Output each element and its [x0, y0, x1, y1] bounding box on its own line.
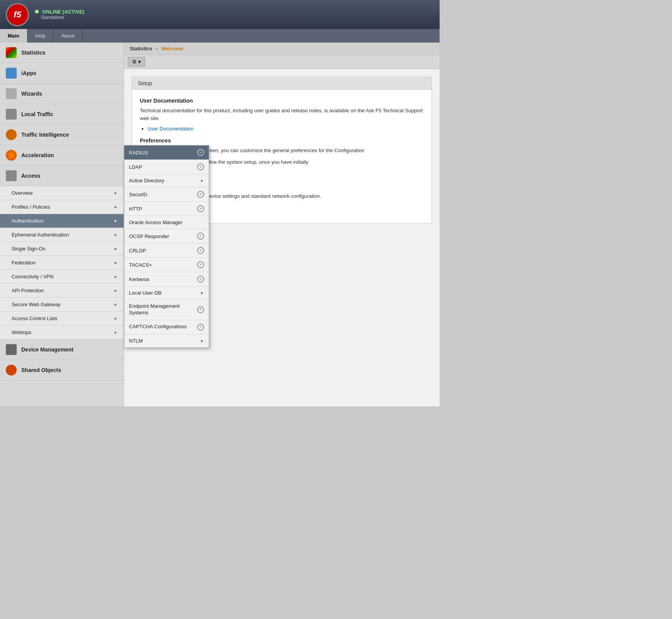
tab-about[interactable]: About: [53, 29, 82, 43]
access-submenu: Overview ► Profiles / Policies ► Authent…: [0, 186, 124, 340]
auth-dropdown-item-local-user-db[interactable]: Local User DB ►: [124, 286, 209, 300]
auth-dropdown-item-ldap[interactable]: LDAP +: [124, 160, 209, 174]
sidebar-item-statistics[interactable]: Statistics: [0, 43, 124, 63]
submenu-label-ephemeral-auth: Ephemeral Authentication: [12, 232, 69, 238]
submenu-item-federation[interactable]: Federation ►: [0, 256, 124, 270]
auth-dropdown-item-radius[interactable]: RADIUS +: [124, 146, 209, 160]
submenu-item-profiles-policies[interactable]: Profiles / Policies ►: [0, 200, 124, 214]
sidebar-item-local-traffic[interactable]: Local Traffic: [0, 104, 124, 125]
auth-dropdown-label-local-user-db: Local User DB: [129, 290, 162, 296]
submenu-label-profiles-policies: Profiles / Policies: [12, 204, 50, 210]
chevron-right-icon: ►: [114, 247, 118, 251]
status-indicator: [35, 10, 39, 14]
chevron-right-icon: ►: [114, 219, 118, 223]
submenu-label-single-sign-on: Single Sign-On: [12, 246, 45, 252]
wizards-icon: [6, 88, 17, 99]
chevron-right-icon: ►: [114, 274, 118, 279]
submenu-label-overview: Overview: [12, 190, 33, 196]
auth-dropdown-label-securid: SecurID: [129, 192, 147, 197]
chevron-right-icon: ►: [114, 191, 118, 195]
access-icon: [6, 170, 17, 181]
user-doc-text: Technical documentation for this product…: [140, 107, 424, 122]
acceleration-icon: [6, 150, 17, 161]
sidebar-label-local-traffic: Local Traffic: [21, 111, 53, 117]
auth-dropdown-item-endpoint-mgmt[interactable]: Endpoint Management Systems +: [124, 300, 209, 320]
submenu-item-ephemeral-auth[interactable]: Ephemeral Authentication ►: [0, 228, 124, 242]
submenu-label-authentication: Authentication: [12, 218, 43, 224]
submenu-item-connectivity-vpn[interactable]: Connectivity / VPN ►: [0, 270, 124, 284]
auth-dropdown-item-kerberos[interactable]: Kerberos +: [124, 272, 209, 286]
auth-dropdown-label-ldap: LDAP: [129, 164, 142, 170]
auth-dropdown-item-http[interactable]: HTTP +: [124, 202, 209, 216]
tab-bar: Main Help About: [0, 29, 440, 43]
header-status: ONLINE (ACTIVE) Standalone: [35, 9, 84, 20]
kerberos-plus-icon: +: [197, 276, 204, 283]
http-plus-icon: +: [197, 205, 204, 212]
header: f5 ONLINE (ACTIVE) Standalone: [0, 0, 440, 29]
auth-dropdown-item-captcha[interactable]: CAPTCHA Configurations +: [124, 320, 209, 334]
sidebar-item-traffic-intelligence[interactable]: Traffic Intelligence: [0, 125, 124, 145]
chevron-right-icon: ►: [114, 261, 118, 265]
sidebar-item-access[interactable]: Access: [0, 166, 124, 186]
chevron-right-icon: ►: [114, 233, 118, 237]
submenu-label-webtops: Webtops: [12, 329, 31, 335]
chevron-right-icon: ►: [114, 205, 118, 209]
auth-dropdown-item-active-directory[interactable]: Active Directory ►: [124, 174, 209, 187]
sidebar-label-device-management: Device Management: [21, 346, 74, 353]
crldp-plus-icon: +: [197, 247, 204, 254]
auth-dropdown-item-securid[interactable]: SecurID +: [124, 187, 209, 202]
submenu-item-access-control-lists[interactable]: Access Control Lists ►: [0, 312, 124, 326]
sidebar-item-device-management[interactable]: Device Management: [0, 340, 124, 360]
local-traffic-icon: [6, 109, 17, 120]
chevron-right-icon: ►: [114, 302, 118, 307]
auth-dropdown-item-ntlm[interactable]: NTLM ►: [124, 334, 209, 348]
submenu-item-single-sign-on[interactable]: Single Sign-On ►: [0, 242, 124, 256]
user-doc-link[interactable]: User Documentation: [148, 126, 194, 132]
status-text: ONLINE (ACTIVE): [42, 9, 84, 15]
securid-plus-icon: +: [197, 191, 204, 198]
auth-dropdown-label-ocsp-responder: OCSP Responder: [129, 233, 169, 239]
sidebar-label-statistics: Statistics: [21, 50, 45, 56]
sidebar-item-wizards[interactable]: Wizards: [0, 84, 124, 104]
submenu-item-api-protection[interactable]: API Protection ►: [0, 284, 124, 298]
submenu-label-connectivity-vpn: Connectivity / VPN: [12, 274, 53, 279]
sidebar-label-shared-objects: Shared Objects: [21, 367, 61, 373]
auth-dropdown-label-kerberos: Kerberos: [129, 276, 150, 282]
chevron-right-icon: ►: [114, 330, 118, 334]
tacacs-plus-icon: +: [197, 261, 204, 268]
radius-plus-icon: +: [197, 149, 204, 156]
auth-dropdown-menu: RADIUS + LDAP + Active Directory ► Secur…: [124, 145, 209, 348]
auth-dropdown-item-ocsp-responder[interactable]: OCSP Responder +: [124, 229, 209, 243]
auth-dropdown-label-http: HTTP: [129, 206, 142, 212]
setup-panel-header: Setup: [132, 77, 431, 90]
gear-button[interactable]: ⚙ ▾: [128, 57, 145, 67]
main-layout: Statistics iApps Wizards Local Traffic T…: [0, 43, 440, 406]
submenu-item-webtops[interactable]: Webtops ►: [0, 326, 124, 340]
captcha-plus-icon: +: [197, 324, 204, 331]
auth-dropdown-item-oracle-access-manager[interactable]: Oracle Access Manager: [124, 216, 209, 229]
breadcrumb-separator: »: [155, 46, 158, 51]
auth-dropdown-item-crldp[interactable]: CRLDP +: [124, 243, 209, 258]
auth-dropdown-item-tacacs[interactable]: TACACS+ +: [124, 258, 209, 272]
ldap-plus-icon: +: [197, 163, 204, 170]
tab-main[interactable]: Main: [0, 29, 27, 43]
auth-dropdown-label-endpoint-mgmt: Endpoint Management Systems: [129, 303, 197, 316]
submenu-item-authentication[interactable]: Authentication ►: [0, 214, 124, 228]
submenu-item-secure-web-gateway[interactable]: Secure Web Gateway ►: [0, 298, 124, 312]
tab-help[interactable]: Help: [27, 29, 54, 43]
shared-objects-icon: [6, 365, 17, 376]
submenu-label-secure-web-gateway: Secure Web Gateway: [12, 302, 60, 307]
breadcrumb-current: Welcome: [161, 46, 183, 51]
sidebar-label-wizards: Wizards: [21, 91, 42, 97]
traffic-intelligence-icon: [6, 129, 17, 140]
access-section: Access Overview ► Profiles / Policies ► …: [0, 166, 124, 340]
submenu-item-overview[interactable]: Overview ►: [0, 186, 124, 200]
sidebar-item-acceleration[interactable]: Acceleration: [0, 145, 124, 166]
sidebar-item-shared-objects[interactable]: Shared Objects: [0, 360, 124, 381]
endpoint-plus-icon: +: [197, 306, 204, 313]
sidebar-item-iapps[interactable]: iApps: [0, 63, 124, 84]
standalone-text: Standalone: [35, 15, 84, 20]
ocsp-plus-icon: +: [197, 233, 204, 240]
local-user-db-arrow-icon: ►: [200, 291, 204, 295]
toolbar: ⚙ ▾: [124, 55, 440, 69]
